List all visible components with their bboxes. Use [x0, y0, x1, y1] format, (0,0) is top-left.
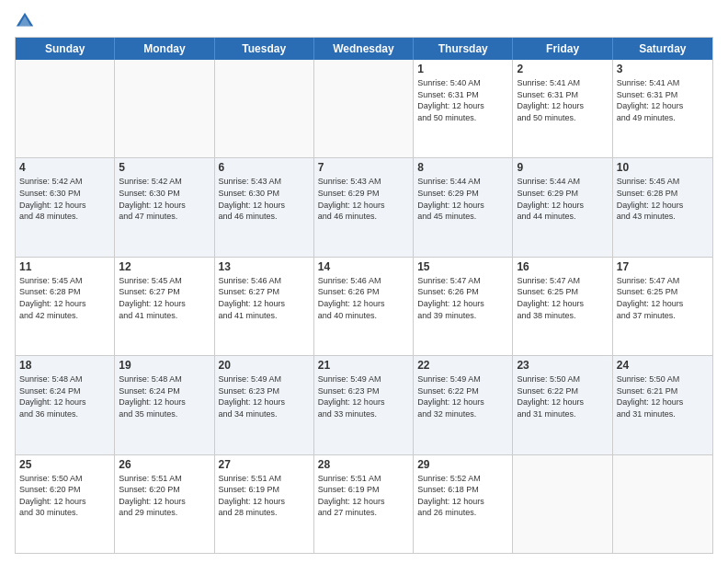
logo-icon [15, 11, 35, 31]
day-info: Sunrise: 5:52 AMSunset: 6:18 PMDaylight:… [417, 473, 508, 519]
calendar-row: 1Sunrise: 5:40 AMSunset: 6:31 PMDaylight… [16, 60, 712, 158]
calendar-cell: 21Sunrise: 5:49 AMSunset: 6:23 PMDayligh… [314, 356, 414, 454]
day-info: Sunrise: 5:40 AMSunset: 6:31 PMDaylight:… [417, 77, 508, 123]
day-number: 17 [617, 260, 709, 273]
calendar-cell [16, 60, 115, 157]
calendar-header-cell: Saturday [613, 38, 712, 60]
calendar-cell: 16Sunrise: 5:47 AMSunset: 6:25 PMDayligh… [513, 258, 612, 355]
day-info: Sunrise: 5:50 AMSunset: 6:22 PMDaylight:… [517, 373, 608, 419]
day-number: 9 [517, 161, 608, 174]
day-number: 25 [19, 458, 110, 471]
day-info: Sunrise: 5:46 AMSunset: 6:27 PMDaylight:… [219, 275, 310, 321]
day-number: 4 [19, 161, 110, 174]
day-number: 24 [617, 359, 709, 372]
calendar-header-cell: Monday [115, 38, 214, 60]
page: SundayMondayTuesdayWednesdayThursdayFrid… [0, 0, 728, 563]
day-number: 20 [219, 359, 310, 372]
day-number: 10 [617, 161, 709, 174]
day-info: Sunrise: 5:43 AMSunset: 6:30 PMDaylight:… [219, 176, 310, 222]
day-number: 6 [219, 161, 310, 174]
calendar-cell: 3Sunrise: 5:41 AMSunset: 6:31 PMDaylight… [613, 60, 712, 157]
calendar-cell: 1Sunrise: 5:40 AMSunset: 6:31 PMDaylight… [414, 60, 513, 157]
day-number: 5 [119, 161, 210, 174]
day-info: Sunrise: 5:49 AMSunset: 6:23 PMDaylight:… [318, 373, 409, 419]
calendar-header-row: SundayMondayTuesdayWednesdayThursdayFrid… [16, 38, 712, 60]
calendar-cell: 29Sunrise: 5:52 AMSunset: 6:18 PMDayligh… [414, 455, 513, 553]
calendar-cell: 18Sunrise: 5:48 AMSunset: 6:24 PMDayligh… [16, 356, 115, 454]
calendar-cell: 10Sunrise: 5:45 AMSunset: 6:28 PMDayligh… [613, 158, 712, 256]
calendar-cell: 26Sunrise: 5:51 AMSunset: 6:20 PMDayligh… [115, 455, 214, 553]
calendar-cell: 19Sunrise: 5:48 AMSunset: 6:24 PMDayligh… [115, 356, 214, 454]
day-info: Sunrise: 5:50 AMSunset: 6:20 PMDaylight:… [19, 473, 110, 519]
day-number: 12 [119, 260, 210, 273]
day-number: 3 [617, 63, 709, 75]
calendar-cell: 11Sunrise: 5:45 AMSunset: 6:28 PMDayligh… [16, 258, 115, 355]
day-number: 2 [517, 63, 608, 75]
day-number: 14 [318, 260, 409, 273]
calendar-cell: 14Sunrise: 5:46 AMSunset: 6:26 PMDayligh… [314, 258, 414, 355]
header [15, 11, 713, 31]
day-number: 21 [318, 359, 409, 372]
calendar-cell [115, 60, 214, 157]
day-info: Sunrise: 5:41 AMSunset: 6:31 PMDaylight:… [617, 77, 709, 123]
day-number: 28 [318, 458, 409, 471]
day-info: Sunrise: 5:49 AMSunset: 6:23 PMDaylight:… [219, 373, 310, 419]
day-info: Sunrise: 5:47 AMSunset: 6:26 PMDaylight:… [417, 275, 508, 321]
calendar-cell: 24Sunrise: 5:50 AMSunset: 6:21 PMDayligh… [613, 356, 712, 454]
calendar: SundayMondayTuesdayWednesdayThursdayFrid… [15, 37, 713, 554]
day-info: Sunrise: 5:47 AMSunset: 6:25 PMDaylight:… [617, 275, 709, 321]
calendar-cell: 6Sunrise: 5:43 AMSunset: 6:30 PMDaylight… [215, 158, 314, 256]
calendar-cell: 7Sunrise: 5:43 AMSunset: 6:29 PMDaylight… [314, 158, 414, 256]
day-info: Sunrise: 5:43 AMSunset: 6:29 PMDaylight:… [318, 176, 409, 222]
calendar-cell [513, 455, 612, 553]
day-info: Sunrise: 5:44 AMSunset: 6:29 PMDaylight:… [517, 176, 608, 222]
day-info: Sunrise: 5:48 AMSunset: 6:24 PMDaylight:… [19, 373, 110, 419]
day-number: 26 [119, 458, 210, 471]
day-info: Sunrise: 5:42 AMSunset: 6:30 PMDaylight:… [119, 176, 210, 222]
calendar-cell: 12Sunrise: 5:45 AMSunset: 6:27 PMDayligh… [115, 258, 214, 355]
calendar-body: 1Sunrise: 5:40 AMSunset: 6:31 PMDaylight… [16, 60, 712, 553]
day-info: Sunrise: 5:44 AMSunset: 6:29 PMDaylight:… [417, 176, 508, 222]
day-info: Sunrise: 5:51 AMSunset: 6:20 PMDaylight:… [119, 473, 210, 519]
calendar-header-cell: Friday [513, 38, 612, 60]
day-number: 22 [417, 359, 508, 372]
calendar-cell: 4Sunrise: 5:42 AMSunset: 6:30 PMDaylight… [16, 158, 115, 256]
day-number: 16 [517, 260, 608, 273]
calendar-row: 11Sunrise: 5:45 AMSunset: 6:28 PMDayligh… [16, 258, 712, 356]
day-number: 13 [219, 260, 310, 273]
day-number: 19 [119, 359, 210, 372]
day-info: Sunrise: 5:48 AMSunset: 6:24 PMDaylight:… [119, 373, 210, 419]
calendar-cell: 9Sunrise: 5:44 AMSunset: 6:29 PMDaylight… [513, 158, 612, 256]
calendar-cell: 13Sunrise: 5:46 AMSunset: 6:27 PMDayligh… [215, 258, 314, 355]
calendar-cell: 5Sunrise: 5:42 AMSunset: 6:30 PMDaylight… [115, 158, 214, 256]
calendar-cell: 23Sunrise: 5:50 AMSunset: 6:22 PMDayligh… [513, 356, 612, 454]
day-info: Sunrise: 5:45 AMSunset: 6:28 PMDaylight:… [617, 176, 709, 222]
logo [15, 11, 39, 31]
calendar-row: 18Sunrise: 5:48 AMSunset: 6:24 PMDayligh… [16, 356, 712, 454]
day-info: Sunrise: 5:50 AMSunset: 6:21 PMDaylight:… [617, 373, 709, 419]
day-info: Sunrise: 5:46 AMSunset: 6:26 PMDaylight:… [318, 275, 409, 321]
calendar-row: 4Sunrise: 5:42 AMSunset: 6:30 PMDaylight… [16, 158, 712, 257]
calendar-cell [613, 455, 712, 553]
calendar-cell: 8Sunrise: 5:44 AMSunset: 6:29 PMDaylight… [414, 158, 513, 256]
day-info: Sunrise: 5:41 AMSunset: 6:31 PMDaylight:… [517, 77, 608, 123]
day-number: 15 [417, 260, 508, 273]
calendar-header-cell: Thursday [414, 38, 513, 60]
day-info: Sunrise: 5:51 AMSunset: 6:19 PMDaylight:… [318, 473, 409, 519]
day-info: Sunrise: 5:47 AMSunset: 6:25 PMDaylight:… [517, 275, 608, 321]
calendar-cell: 2Sunrise: 5:41 AMSunset: 6:31 PMDaylight… [513, 60, 612, 157]
calendar-cell: 25Sunrise: 5:50 AMSunset: 6:20 PMDayligh… [16, 455, 115, 553]
day-number: 7 [318, 161, 409, 174]
day-number: 11 [19, 260, 110, 273]
calendar-row: 25Sunrise: 5:50 AMSunset: 6:20 PMDayligh… [16, 455, 712, 553]
day-number: 18 [19, 359, 110, 372]
calendar-cell: 17Sunrise: 5:47 AMSunset: 6:25 PMDayligh… [613, 258, 712, 355]
day-info: Sunrise: 5:45 AMSunset: 6:27 PMDaylight:… [119, 275, 210, 321]
day-info: Sunrise: 5:45 AMSunset: 6:28 PMDaylight:… [19, 275, 110, 321]
calendar-header-cell: Tuesday [215, 38, 314, 60]
calendar-cell [314, 60, 414, 157]
calendar-cell: 22Sunrise: 5:49 AMSunset: 6:22 PMDayligh… [414, 356, 513, 454]
calendar-cell [215, 60, 314, 157]
day-number: 27 [219, 458, 310, 471]
day-number: 29 [417, 458, 508, 471]
